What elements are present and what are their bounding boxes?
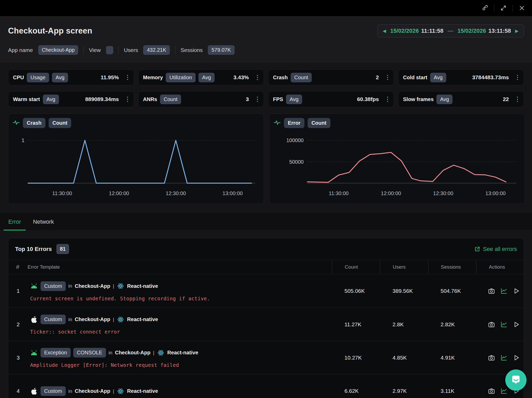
next-range-icon[interactable]: ▶ [515,29,518,33]
metric-agg-badge[interactable]: Avg [198,73,215,82]
metric-card: Memory Utilization Avg 3.43% [138,69,264,85]
chart-agg-badge[interactable]: Count [49,118,71,128]
play-session-icon[interactable] [513,287,520,295]
svg-text:11:30:00: 11:30:00 [52,190,72,196]
error-users-value: 389.56K [380,288,428,294]
metric-type-badge[interactable]: Count [160,95,181,104]
kebab-menu-icon[interactable] [256,96,259,103]
kebab-menu-icon[interactable] [386,74,389,81]
row-index: 1 [8,288,28,294]
kebab-menu-icon[interactable] [516,96,519,103]
expand-icon[interactable] [500,5,507,11]
error-table-row[interactable]: 3 Exception CONSOLE in Checkout-App | Re… [8,341,524,374]
svg-text:50000: 50000 [289,159,304,165]
view-badge [106,46,113,54]
play-session-icon[interactable] [513,321,520,328]
context-in-label: in [109,350,112,356]
error-table-row[interactable]: 1 Custom in Checkout-App | React-native … [8,274,524,308]
metric-card: FPS Avg 60.38fps [268,91,394,107]
metric-type-badge[interactable]: Utilization [166,73,196,82]
external-link-icon [474,246,480,252]
metric-card: Slow frames Avg 22 [398,91,524,107]
column-sessions: Sessions [428,260,476,274]
apple-icon [30,316,38,323]
app-name-badge: Checkout-App [38,45,78,55]
metric-card: CPU Usage Avg 11.95% [8,69,134,85]
screenshot-icon[interactable] [488,354,495,362]
tab-error[interactable]: Error [4,213,26,230]
tab-network[interactable]: Network [28,213,59,230]
error-users-value: 2.8K [380,321,428,328]
metric-value: 11.95% [101,74,119,81]
copy-link-icon[interactable] [482,5,488,11]
prev-range-icon[interactable]: ◀ [383,29,386,33]
metric-label: FPS [273,96,283,102]
metric-type-badge[interactable]: Avg [436,95,453,104]
metric-card: ANRs Count 3 [138,91,264,107]
svg-text:12:00:00: 12:00:00 [109,190,129,196]
screenshot-icon[interactable] [488,287,495,295]
context-pipe: | [153,350,154,356]
chart-metric-badge[interactable]: Crash [23,118,45,128]
app-meta-row: App name Checkout-App View Users 432.21K… [8,45,524,55]
kebab-menu-icon[interactable] [516,74,519,81]
meta-divider [175,46,175,54]
chat-launcher-button[interactable] [505,369,527,391]
metric-value: 3784483.73ms [472,74,509,81]
error-message: Amplitude Logger [Error]: Network reques… [30,362,329,368]
close-icon[interactable] [518,5,525,11]
error-type-badge: Custom [41,386,66,396]
sessions-label: Sessions [181,47,203,53]
trend-chart-icon[interactable] [500,287,508,295]
context-pipe: | [113,388,114,394]
trend-chart-icon[interactable] [500,354,508,362]
window-titlebar [0,0,532,16]
play-session-icon[interactable] [513,354,520,362]
metric-label: Slow frames [403,96,434,102]
column-users: Users [380,260,428,274]
date-range-picker[interactable]: ◀ 15/02/2026 11:11:58 — 15/02/2026 13:11… [377,24,524,37]
react-native-icon [117,282,124,290]
metric-type-badge[interactable]: Usage [27,73,49,82]
error-message: Ticker:: socket connect error [30,329,329,335]
trend-chart-icon[interactable] [500,321,508,328]
error-table-row[interactable]: 4 Custom in Checkout-App | React-native … [8,374,524,398]
row-index: 4 [8,388,28,394]
android-icon [30,282,38,290]
metric-agg-badge[interactable]: Avg [52,73,68,82]
see-all-errors-link[interactable]: See all errors [474,246,517,253]
svg-text:12:00:00: 12:00:00 [381,190,401,196]
kebab-menu-icon[interactable] [126,74,129,81]
detail-tabs: Error Network [0,213,532,231]
chart-agg-badge[interactable]: Count [308,118,330,128]
svg-text:13:00:00: 13:00:00 [223,190,243,196]
top-errors-panel: Top 10 Errors 81 See all errors # Error … [8,238,524,398]
kebab-menu-icon[interactable] [256,74,259,81]
sessions-count-badge: 579.07K [208,45,235,55]
screenshot-icon[interactable] [488,387,495,395]
users-label: Users [124,47,138,53]
chart-metric-badge[interactable]: Error [284,118,304,128]
svg-text:12:30:00: 12:30:00 [433,190,453,196]
kebab-menu-icon[interactable] [126,96,129,103]
error-count-value: 505.06K [332,288,380,294]
trend-chart-icon[interactable] [500,387,508,395]
error-table-row[interactable]: 2 Custom in Checkout-App | React-native … [8,308,524,341]
kebab-menu-icon[interactable] [386,96,389,103]
row-index: 2 [8,321,28,328]
titlebar-divider [513,5,513,11]
error-count-value: 6.62K [332,388,380,394]
error-users-value: 4.85K [380,355,428,361]
metric-label: CPU [13,75,24,81]
android-icon [30,349,38,357]
svg-text:1: 1 [22,137,24,143]
screenshot-icon[interactable] [488,321,495,328]
metric-type-badge[interactable]: Count [291,73,312,82]
metric-type-badge[interactable]: Avg [286,95,302,104]
context-in-label: in [68,283,72,289]
metric-value: 2 [376,74,379,81]
meta-divider [83,46,84,54]
metric-type-badge[interactable]: Avg [43,95,59,104]
metric-card: Crash Count 2 [268,69,394,85]
metric-type-badge[interactable]: Avg [430,73,446,82]
